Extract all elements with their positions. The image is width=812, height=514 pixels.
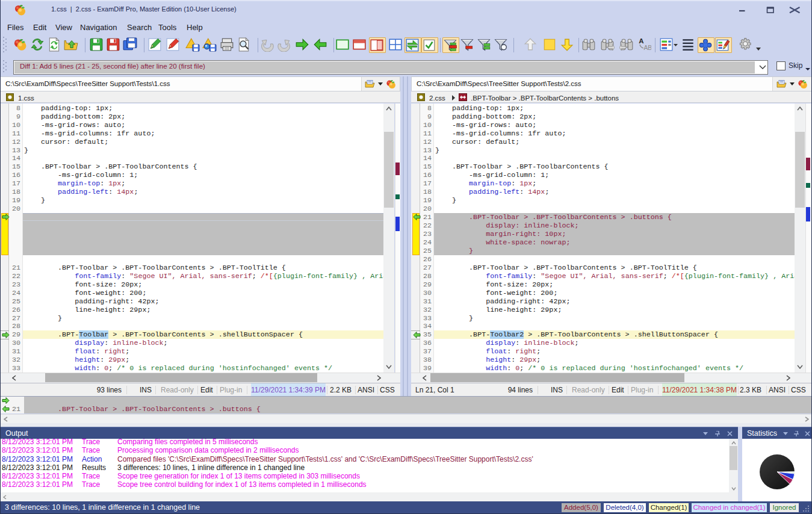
svg-text:AB: AB: [643, 45, 651, 51]
svg-text:A: A: [639, 37, 643, 45]
